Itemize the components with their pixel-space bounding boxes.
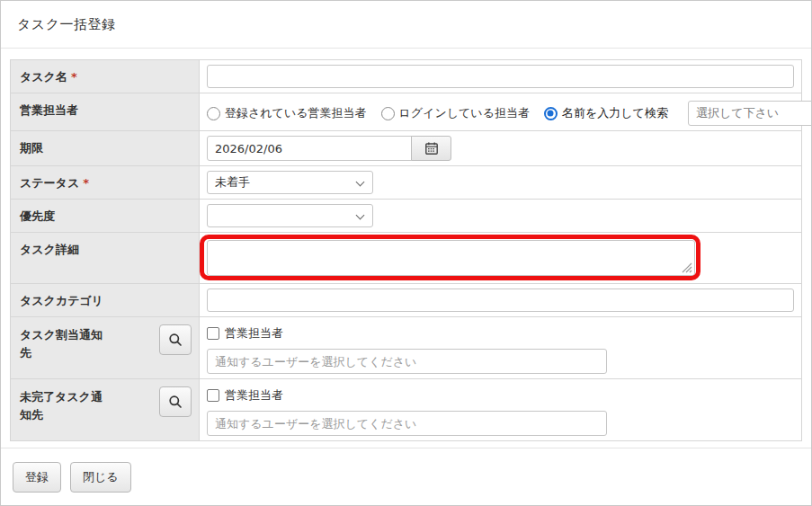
task-detail-textarea[interactable]	[207, 240, 695, 276]
radio-icon[interactable]	[207, 107, 220, 120]
status-label-cell: ステータス*	[11, 166, 200, 200]
task-detail-label: タスク詳細	[20, 243, 79, 256]
task-bulk-register-page: タスク一括登録 タスク名* 営業担当者	[0, 0, 812, 506]
row-status: ステータス* 未着手	[11, 166, 802, 200]
radio-registered-sales-rep-label: 登録されている営業担当者	[225, 105, 367, 121]
radio-checked-icon[interactable]	[544, 107, 558, 120]
task-category-label-cell: タスクカテゴリ	[11, 284, 200, 317]
footer-action-bar: 登録 閉じる	[1, 448, 811, 505]
row-task-detail: タスク詳細	[11, 233, 802, 284]
incomplete-notify-search-button[interactable]	[159, 386, 192, 417]
priority-label-cell: 優先度	[11, 200, 200, 233]
sales-rep-label-cell: 営業担当者	[11, 93, 200, 131]
required-marker: *	[71, 70, 77, 84]
radio-registered-sales-rep[interactable]: 登録されている営業担当者	[207, 105, 367, 121]
incomplete-notify-sales-rep-checkbox[interactable]	[207, 389, 219, 402]
deadline-label-cell: 期限	[11, 131, 200, 166]
radio-search-by-name-label: 名前を入力して検索	[562, 105, 668, 121]
sales-rep-label: 営業担当者	[20, 103, 78, 117]
calendar-button[interactable]	[411, 136, 451, 161]
page-title: タスク一括登録	[17, 16, 116, 33]
deadline-label: 期限	[20, 141, 43, 155]
task-detail-label-cell: タスク詳細	[11, 233, 200, 284]
task-name-label: タスク名	[20, 70, 67, 84]
assign-notify-search-button[interactable]	[159, 324, 192, 355]
page-header: タスク一括登録	[1, 1, 811, 49]
assign-notify-label-cell: タスク割当通知先	[11, 317, 200, 379]
priority-select[interactable]	[207, 204, 373, 227]
assign-notify-label: タスク割当通知先	[20, 326, 106, 361]
incomplete-notify-label-cell: 未完了タスク通知先	[11, 379, 200, 441]
deadline-input[interactable]	[207, 136, 412, 161]
incomplete-notify-label: 未完了タスク通知先	[20, 388, 106, 423]
register-button[interactable]: 登録	[13, 462, 61, 493]
calendar-icon	[424, 141, 439, 155]
assign-notify-checkbox-label: 営業担当者	[225, 325, 283, 342]
row-incomplete-notify: 未完了タスク通知先 営業担当者	[11, 379, 802, 441]
radio-icon[interactable]	[381, 107, 395, 120]
priority-label: 優先度	[20, 209, 55, 223]
required-marker: *	[83, 176, 89, 190]
task-category-input[interactable]	[207, 289, 794, 312]
status-select-value: 未着手	[215, 174, 250, 191]
row-deadline: 期限	[11, 131, 802, 166]
task-category-label: タスクカテゴリ	[20, 294, 103, 307]
search-icon	[168, 395, 183, 409]
task-form: タスク名* 営業担当者 登録されている営業担当者	[10, 59, 802, 441]
chevron-down-icon	[356, 211, 365, 220]
row-task-name: タスク名*	[11, 60, 802, 93]
incomplete-notify-user-input[interactable]	[207, 411, 607, 436]
assign-notify-user-input[interactable]	[207, 349, 607, 374]
status-select[interactable]: 未着手	[207, 171, 373, 194]
chevron-down-icon	[356, 178, 365, 187]
close-button[interactable]: 閉じる	[70, 462, 131, 493]
row-assign-notify: タスク割当通知先 営業担当者	[11, 317, 802, 379]
row-sales-rep: 営業担当者 登録されている営業担当者 ログインしている担当者	[11, 93, 802, 131]
row-priority: 優先度	[11, 200, 802, 233]
sales-rep-select[interactable]: 選択して下さい	[688, 101, 812, 126]
task-name-label-cell: タスク名*	[11, 60, 200, 93]
task-name-input[interactable]	[207, 65, 794, 88]
radio-logged-in-rep-label: ログインしている担当者	[399, 105, 530, 121]
radio-search-by-name[interactable]: 名前を入力して検索	[544, 105, 668, 121]
row-task-category: タスクカテゴリ	[11, 284, 802, 317]
status-label: ステータス	[20, 176, 79, 190]
assign-notify-sales-rep-checkbox[interactable]	[207, 327, 219, 340]
sales-rep-select-placeholder: 選択して下さい	[689, 102, 812, 125]
incomplete-notify-checkbox-label: 営業担当者	[225, 387, 283, 404]
search-icon	[168, 333, 183, 347]
radio-logged-in-rep[interactable]: ログインしている担当者	[381, 105, 530, 121]
